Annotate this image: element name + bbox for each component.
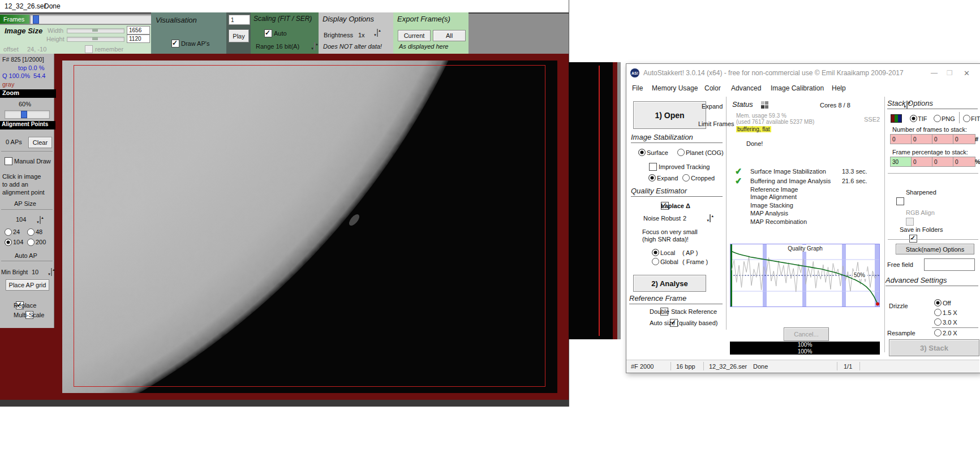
- statusbar-bitdepth: 16 bpp: [676, 363, 695, 370]
- frame-percentage-field-1[interactable]: 30: [890, 157, 913, 167]
- ap-size-48-radio[interactable]: [27, 228, 35, 236]
- stackname-options-button[interactable]: Stack(name) Options: [896, 244, 974, 254]
- menu-image-calibration[interactable]: Image Calibration: [771, 84, 824, 92]
- expand-radio[interactable]: [648, 174, 656, 182]
- column-separator-right: [884, 97, 885, 352]
- local-hint: ( AP ): [682, 249, 698, 256]
- height-slider[interactable]: [67, 37, 124, 42]
- scaling-auto-checkbox[interactable]: [264, 29, 272, 37]
- min-bright-stepper[interactable]: [51, 268, 52, 276]
- export-all-button[interactable]: All: [433, 30, 466, 41]
- zoom-slider-thumb[interactable]: [21, 111, 27, 118]
- cropped-radio[interactable]: [682, 174, 690, 182]
- expand-link[interactable]: Expand: [702, 103, 723, 110]
- improved-tracking-checkbox[interactable]: [649, 163, 657, 171]
- global-radio[interactable]: [652, 258, 659, 265]
- close-icon[interactable]: ✕: [964, 69, 970, 77]
- fit-label: FIT: [971, 115, 980, 122]
- drizzle-15-radio[interactable]: [934, 309, 942, 316]
- ap-size-24-radio[interactable]: [5, 228, 12, 236]
- brightness-label: Brightness: [324, 32, 353, 38]
- resample-label: Resample: [887, 330, 915, 336]
- frame-number-input[interactable]: 1: [229, 15, 250, 25]
- global-hint: ( Frame ): [682, 258, 708, 265]
- stack-button[interactable]: 3) Stack: [889, 339, 979, 356]
- zoom-slider[interactable]: [5, 110, 50, 119]
- limit-frames-link[interactable]: Limit Frames: [698, 120, 734, 127]
- ap-size-200-radio[interactable]: [27, 239, 35, 246]
- minimize-icon[interactable]: —: [931, 69, 938, 77]
- width-slider[interactable]: [67, 28, 124, 33]
- drizzle-off-radio[interactable]: [934, 299, 942, 306]
- local-label: Local: [660, 249, 675, 256]
- analyse-button[interactable]: 2) Analyse: [633, 275, 706, 292]
- drizzle-30-radio[interactable]: [934, 318, 942, 326]
- clear-aps-button[interactable]: Clear: [28, 137, 52, 148]
- display-options-title: Display Options: [323, 15, 374, 23]
- frame-percentage-field-2[interactable]: 0: [911, 157, 934, 167]
- png-radio[interactable]: [934, 115, 941, 122]
- frames-to-stack-field-4[interactable]: 0: [953, 134, 975, 144]
- open-button[interactable]: 1) Open: [633, 101, 706, 129]
- frame-info: F# 825 [1/2000]: [2, 56, 44, 63]
- play-column: 1 Play: [226, 12, 251, 54]
- scaling-panel: Scaling (FIT / SER) Auto Range 16 bit(A): [251, 12, 319, 54]
- menu-help[interactable]: Help: [832, 84, 846, 92]
- brightness-stepper[interactable]: [377, 29, 378, 37]
- quality-graph: Quality Graph 50%: [730, 244, 880, 307]
- ap-size-stepper[interactable]: [40, 216, 41, 224]
- tif-radio[interactable]: [910, 115, 917, 122]
- ap-size-104-radio[interactable]: [5, 239, 12, 246]
- progress-line-2: 100%: [730, 348, 880, 355]
- export-current-button[interactable]: Current: [398, 30, 431, 41]
- height-value[interactable]: 1120: [127, 34, 150, 43]
- cancel-button[interactable]: Cancel...: [784, 327, 829, 341]
- scaling-range-label: Range 16 bit(A): [256, 43, 299, 50]
- menu-advanced[interactable]: Advanced: [731, 84, 761, 92]
- width-slider-thumb[interactable]: [92, 29, 98, 32]
- place-ap-grid-button[interactable]: Place AP grid: [6, 279, 49, 291]
- visualisation-title: Visualisation: [156, 16, 197, 24]
- remember-checkbox[interactable]: [85, 45, 93, 53]
- width-value[interactable]: 1656: [127, 26, 150, 34]
- height-slider-thumb[interactable]: [92, 37, 98, 40]
- play-button[interactable]: Play: [229, 29, 249, 42]
- background-window-strip: [569, 62, 621, 339]
- surface-radio[interactable]: [638, 149, 646, 156]
- display-options-panel: Display Options Brightness 1x Does NOT a…: [319, 12, 393, 54]
- planet-radio[interactable]: [677, 149, 685, 156]
- local-radio[interactable]: [652, 249, 659, 256]
- menu-color[interactable]: Color: [704, 84, 721, 92]
- noise-robust-stepper[interactable]: [710, 214, 711, 222]
- planet-label: Planet (COG): [686, 149, 724, 156]
- cores-label: Cores 8 / 8: [820, 102, 850, 109]
- noise-robust-label: Noise Robust: [643, 215, 681, 222]
- stack-options-header: Stack Options: [887, 99, 978, 109]
- sharpened-checkbox[interactable]: [896, 197, 904, 205]
- frames-to-stack-field-1[interactable]: 0: [890, 134, 913, 144]
- frames-to-stack-field-3[interactable]: 0: [932, 134, 955, 144]
- resample-20-radio[interactable]: [934, 329, 942, 336]
- frame-percentage-field-4[interactable]: 0: [953, 157, 975, 167]
- free-field-input[interactable]: [924, 258, 975, 271]
- draw-aps-checkbox[interactable]: [171, 40, 179, 48]
- ap-hint-line1: Click in image: [2, 173, 41, 180]
- frame-percentage-field-3[interactable]: 0: [932, 157, 955, 167]
- image-size-panel: Image Size Width 1656 Height 1120 offset…: [0, 25, 151, 54]
- frames-slider-thumb[interactable]: [33, 15, 39, 24]
- save-in-folders-checkbox[interactable]: [909, 235, 917, 243]
- app-title: AutoStakkert! 3.0.14 (x64) - free for no…: [643, 69, 904, 77]
- fit-radio[interactable]: [963, 115, 970, 122]
- app-titlebar[interactable]: AS! AutoStakkert! 3.0.14 (x64) - free fo…: [626, 64, 979, 82]
- frames-to-stack-field-2[interactable]: 0: [911, 134, 934, 144]
- status-title: Status: [732, 100, 753, 109]
- menu-file[interactable]: File: [632, 84, 643, 92]
- viewer-titlebar[interactable]: 12_32_26.ser Done: [0, 0, 569, 14]
- manual-draw-checkbox[interactable]: [5, 157, 12, 165]
- maximize-icon[interactable]: ❒: [947, 69, 953, 77]
- scaling-range-stepper[interactable]: [314, 42, 315, 50]
- stabilization-frame-outline: [74, 65, 545, 387]
- color-mode: gray: [2, 81, 14, 88]
- menu-memory-usage[interactable]: Memory Usage: [652, 84, 698, 92]
- rgb-align-checkbox[interactable]: [906, 218, 914, 226]
